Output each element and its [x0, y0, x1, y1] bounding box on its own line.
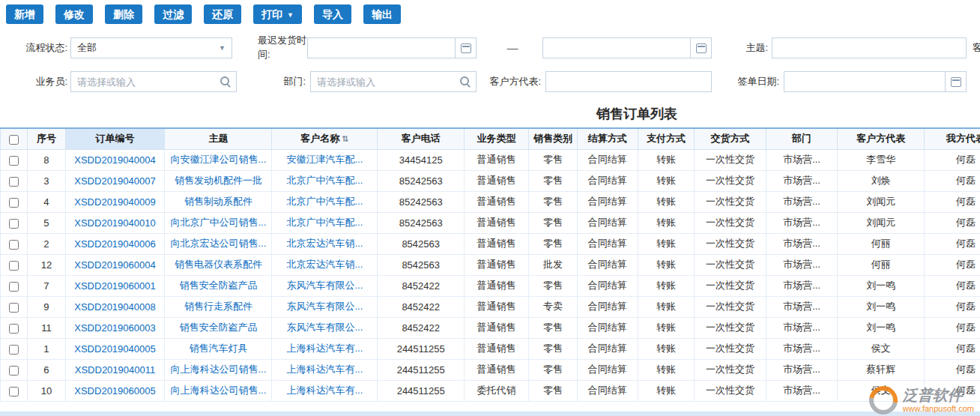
row-checkbox[interactable] — [9, 261, 19, 271]
order_no-link[interactable]: XSDD2019040009 — [74, 196, 155, 208]
order_no-link[interactable]: XSDD2019040010 — [74, 217, 155, 229]
row-checkbox[interactable] — [9, 303, 19, 313]
column-header-delivery[interactable]: 交货方式 — [695, 128, 766, 149]
order_no-link[interactable]: XSDD2019040008 — [74, 301, 155, 313]
latest-delivery-to-input[interactable] — [543, 38, 690, 58]
cell-customer: 北京宏达汽车销... — [272, 254, 378, 275]
salesman-input[interactable] — [70, 71, 237, 92]
customer-link[interactable]: 北京宏达汽车销... — [286, 259, 363, 270]
cell-dept: 市场营... — [766, 275, 838, 296]
cell-settle: 合同结算 — [578, 254, 638, 275]
column-header-phone[interactable]: 客户电话 — [378, 128, 465, 149]
cell-pay: 转账 — [638, 296, 695, 317]
import-button[interactable]: 导入 — [314, 4, 351, 24]
process-status-select[interactable]: 全部 ▼ — [70, 37, 232, 58]
calendar-button[interactable] — [945, 72, 966, 91]
subject-link[interactable]: 销售发动机配件一批 — [175, 175, 262, 186]
cell-dept: 市场营... — [766, 170, 838, 191]
cell-dept: 市场营... — [766, 149, 838, 170]
row-checkbox[interactable] — [9, 219, 19, 229]
restore-button[interactable]: 还原 — [204, 4, 241, 24]
latest-delivery-label: 最迟发货时间: — [258, 34, 309, 62]
cell-customer: 上海科达汽车有... — [272, 338, 378, 359]
row-checkbox[interactable] — [9, 240, 19, 250]
customer-rep-input[interactable] — [545, 71, 712, 92]
customer-link[interactable]: 北京广中汽车配... — [286, 196, 363, 207]
subject-link[interactable]: 向上海科达公司销售... — [170, 385, 266, 396]
column-header-sale_cat[interactable]: 销售类别 — [528, 128, 577, 149]
column-header-pay[interactable]: 支付方式 — [638, 128, 695, 149]
cell-sale_cat: 零售 — [528, 191, 577, 212]
cell-our_rep: 何磊 — [925, 254, 980, 275]
add-button[interactable]: 新增 — [6, 4, 43, 24]
column-header-customer[interactable]: 客户名称⇅ — [272, 128, 378, 149]
row-checkbox[interactable] — [9, 387, 19, 397]
calendar-icon — [696, 43, 707, 53]
filter-button[interactable]: 过滤 — [154, 4, 192, 24]
subject-link[interactable]: 向北京广中公司销售... — [170, 217, 266, 228]
customer-link[interactable]: 北京广中汽车配... — [286, 175, 363, 186]
customer-link[interactable]: 上海科达汽车有... — [286, 343, 363, 354]
order_no-link[interactable]: XSDD2019040007 — [74, 175, 155, 187]
subject-link[interactable]: 销售安全防盗产品 — [179, 280, 257, 291]
page-title: 销售订单列表 — [596, 106, 677, 121]
cell-cust_rep: 蔡轩辉 — [838, 359, 925, 380]
cell-subject: 向北京宏达公司销售... — [165, 233, 272, 254]
customer-link[interactable]: 东风汽车有限公... — [286, 280, 363, 291]
calendar-button[interactable] — [455, 38, 476, 58]
delete-button[interactable]: 删除 — [105, 4, 142, 24]
subject-link[interactable]: 销售汽车灯具 — [189, 343, 247, 354]
search-icon[interactable] — [220, 76, 231, 87]
row-checkbox[interactable] — [9, 156, 19, 166]
customer-link[interactable]: 安徽江津汽车配... — [286, 154, 363, 165]
edit-button[interactable]: 修改 — [55, 4, 93, 24]
row-checkbox[interactable] — [9, 177, 19, 187]
table-title-band: 销售订单列表 — [0, 102, 980, 126]
select-all-checkbox[interactable] — [9, 135, 19, 145]
order_no-link[interactable]: XSDD2019040006 — [74, 238, 155, 250]
print-button[interactable]: 打印▼ — [253, 4, 302, 24]
order_no-link[interactable]: XSDD2019060003 — [74, 322, 155, 334]
order_no-link[interactable]: XSDD2019040004 — [74, 154, 155, 166]
column-header-no[interactable]: 序号 — [28, 128, 65, 149]
sign-date-input[interactable] — [784, 72, 945, 91]
column-header-settle[interactable]: 结算方式 — [578, 128, 638, 149]
export-button[interactable]: 输出 — [363, 4, 401, 24]
row-checkbox[interactable] — [9, 198, 19, 208]
customer-link[interactable]: 北京宏达汽车销... — [286, 238, 363, 249]
row-checkbox[interactable] — [9, 324, 19, 334]
latest-delivery-from-input[interactable] — [308, 38, 455, 58]
column-header-subject[interactable]: 主题 — [165, 128, 272, 149]
subject-link[interactable]: 向安徽江津公司销售... — [170, 154, 266, 165]
search-icon[interactable] — [460, 76, 471, 87]
row-checkbox[interactable] — [9, 366, 19, 376]
order_no-link[interactable]: XSDD2019040005 — [74, 343, 155, 355]
sort-icon[interactable]: ⇅ — [342, 134, 348, 143]
row-checkbox[interactable] — [9, 282, 19, 292]
subject-link[interactable]: 向上海科达公司销售... — [170, 364, 266, 375]
customer-link[interactable]: 东风汽车有限公... — [286, 301, 363, 312]
subject-link[interactable]: 销售行走系配件 — [184, 301, 252, 312]
order_no-link[interactable]: XSDD2019060004 — [74, 259, 155, 271]
customer-link[interactable]: 上海科达汽车有... — [286, 385, 363, 396]
row-checkbox[interactable] — [9, 345, 19, 355]
subject-input[interactable] — [772, 37, 967, 58]
order_no-link[interactable]: XSDD2019060001 — [74, 280, 155, 292]
subject-link[interactable]: 销售电器仪表系配件 — [175, 259, 262, 270]
subject-link[interactable]: 销售制动系配件 — [184, 196, 252, 207]
order_no-link[interactable]: XSDD2019060005 — [74, 385, 155, 397]
cell-order_no: XSDD2019040005 — [65, 338, 165, 359]
customer-link[interactable]: 东风汽车有限公... — [286, 322, 363, 333]
column-header-cust_rep[interactable]: 客户方代表 — [838, 128, 925, 149]
subject-link[interactable]: 销售安全防盗产品 — [179, 322, 257, 333]
column-header-our_rep[interactable]: 我方代表 — [925, 128, 980, 149]
column-header-order_no[interactable]: 订单编号 — [65, 128, 165, 149]
order_no-link[interactable]: XSDD2019040011 — [75, 364, 155, 376]
customer-link[interactable]: 上海科达汽车有... — [286, 364, 363, 375]
customer-link[interactable]: 北京广中汽车配... — [286, 217, 363, 228]
subject-link[interactable]: 向北京宏达公司销售... — [170, 238, 266, 249]
column-header-dept[interactable]: 部门 — [766, 128, 838, 149]
calendar-button[interactable] — [690, 38, 711, 58]
column-header-biz_type[interactable]: 业务类型 — [465, 128, 529, 149]
department-input[interactable] — [310, 71, 477, 92]
